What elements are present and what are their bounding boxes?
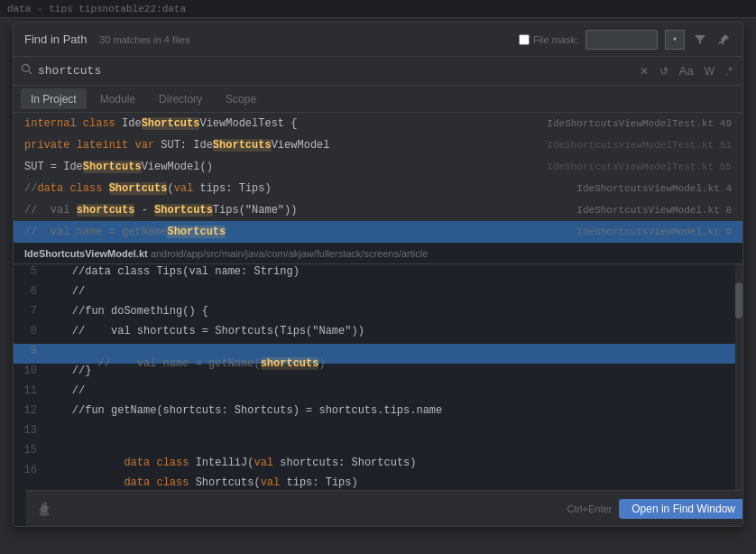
result-row-3-right: IdeShortcutsViewModelTest.kt 55: [547, 162, 732, 172]
file-mask-input[interactable]: [585, 30, 658, 50]
shortcut-hint: Ctrl+Enter: [567, 503, 612, 514]
result-row-3[interactable]: SUT = IdeShortcutsViewModel() IdeShortcu…: [14, 156, 742, 178]
file-mask-checkbox[interactable]: [519, 34, 530, 45]
code-line-5: 5 //data class Tips(val name: String): [14, 264, 742, 284]
panel-title-area: Find in Path 30 matches in 4 files: [24, 32, 189, 47]
line-num-12: 12: [14, 404, 46, 417]
settings-icon-btn[interactable]: [35, 500, 53, 518]
search-bar: ✕ ↺ Aa W .*: [14, 57, 742, 86]
code-line-16: 16 data class Shortcuts(val tips: Tips): [14, 463, 742, 483]
pin-icon-btn[interactable]: [715, 32, 732, 48]
filter-icon-btn[interactable]: [692, 32, 708, 48]
result-row-6-left: // val name = getNameShortcuts: [24, 226, 569, 238]
panel-match-info: 30 matches in 4 files: [99, 34, 189, 45]
clear-search-btn[interactable]: ✕: [637, 64, 651, 78]
code-line-6: 6 //: [14, 284, 742, 304]
result-row-4[interactable]: //data class Shortcuts(val tips: Tips) I…: [14, 178, 742, 199]
line-num-15: 15: [14, 444, 46, 457]
line-content-10: //}: [46, 365, 742, 377]
tabs-bar: In Project Module Directory Scope: [14, 86, 742, 113]
search-actions: ✕ ↺ Aa W .*: [637, 63, 735, 78]
file-mask-checkbox-container: File mask:: [519, 34, 578, 45]
line-num-13: 13: [14, 424, 46, 437]
search-icon: [21, 63, 32, 78]
tab-module[interactable]: Module: [90, 88, 145, 109]
regex-btn[interactable]: .*: [723, 64, 735, 78]
result-row-5-right: IdeShortcutsViewModel.kt 8: [576, 205, 732, 216]
open-in-find-window-btn[interactable]: Open in Find Window: [619, 499, 743, 519]
top-bar-text: data - tips tipsnotable22:data: [7, 4, 186, 14]
gear-icon: [37, 502, 51, 516]
scrollbar-track[interactable]: [735, 264, 742, 526]
result-row-5-left: // val shortcuts - ShortcutsTips("Name")…: [24, 204, 569, 217]
bottom-right: Ctrl+Enter Open in Find Window: [567, 499, 743, 519]
result-row-5[interactable]: // val shortcuts - ShortcutsTips("Name")…: [14, 199, 742, 221]
file-mask-label: File mask:: [533, 34, 578, 45]
case-sensitive-btn[interactable]: Aa: [677, 63, 696, 78]
code-line-12: 12 //fun getName(shortcuts: Shortcuts) =…: [14, 403, 742, 423]
file-path-path: android/app/src/main/java/com/akjaw/full…: [151, 248, 429, 259]
file-mask-dropdown[interactable]: ▾: [665, 30, 685, 50]
code-line-13: 13: [14, 423, 742, 443]
line-num-8: 8: [14, 325, 46, 337]
tab-scope[interactable]: Scope: [216, 88, 266, 109]
result-row-4-right: IdeShortcutsViewModel.kt 4: [576, 183, 732, 194]
line-num-11: 11: [14, 384, 46, 397]
result-row-4-left: //data class Shortcuts(val tips: Tips): [24, 182, 569, 195]
tab-directory[interactable]: Directory: [149, 88, 212, 109]
result-row-1-left: internal class IdeShortcutsViewModelTest…: [24, 117, 539, 130]
bottom-bar: Ctrl+Enter Open in Find Window: [26, 490, 743, 526]
code-line-7: 7 //fun doSomething() {: [14, 304, 742, 324]
result-row-1-right: IdeShortcutsViewModelTest.kt 49: [547, 118, 732, 129]
result-row-2-right: IdeShortcutsViewModelTest.kt 51: [547, 140, 732, 151]
result-row-6-right: IdeShortcutsViewModel.kt 9: [576, 226, 732, 237]
file-path-filename: IdeShortcutsViewModel.kt: [24, 248, 148, 259]
line-content-6: //: [46, 285, 742, 298]
find-in-path-panel: Find in Path 30 matches in 4 files File …: [13, 22, 743, 527]
panel-header-right: File mask: ▾: [519, 30, 732, 50]
whole-word-btn[interactable]: W: [702, 64, 717, 78]
code-line-9: 9 // val name = getName(shortcuts): [14, 344, 742, 364]
svg-line-1: [29, 71, 32, 75]
line-content-8: // val shortcuts = Shortcuts(Tips("Name"…: [46, 325, 742, 337]
panel-header: Find in Path 30 matches in 4 files File …: [14, 23, 742, 57]
scrollbar-thumb: [735, 282, 742, 319]
search-input[interactable]: [38, 64, 632, 78]
svg-point-0: [23, 65, 30, 72]
code-line-15: 15 data class IntelliJ(val shortcuts: Sh…: [14, 443, 742, 463]
code-line-8: 8 // val shortcuts = Shortcuts(Tips("Nam…: [14, 324, 742, 344]
code-preview[interactable]: 5 //data class Tips(val name: String) 6 …: [14, 264, 742, 526]
tab-in-project[interactable]: In Project: [21, 88, 87, 109]
pin-icon: [717, 33, 730, 46]
line-num-6: 6: [14, 285, 46, 298]
line-num-10: 10: [14, 365, 46, 377]
result-row-6[interactable]: // val name = getNameShortcuts IdeShortc…: [14, 221, 742, 243]
result-row-2-left: private lateinit var SUT: IdeShortcutsVi…: [24, 139, 539, 152]
panel-title: Find in Path: [24, 32, 87, 46]
refresh-search-btn[interactable]: ↺: [657, 64, 671, 78]
result-row-2[interactable]: private lateinit var SUT: IdeShortcutsVi…: [14, 134, 742, 156]
result-row-1[interactable]: internal class IdeShortcutsViewModelTest…: [14, 113, 742, 134]
line-content-7: //fun doSomething() {: [46, 305, 742, 318]
code-line-11: 11 //: [14, 383, 742, 403]
search-input-container: [38, 64, 632, 78]
line-content-11: //: [46, 384, 742, 397]
line-num-7: 7: [14, 305, 46, 318]
line-num-16: 16: [14, 464, 46, 476]
result-row-3-left: SUT = IdeShortcutsViewModel(): [24, 161, 539, 173]
line-num-5: 5: [14, 265, 46, 278]
filter-icon: [694, 33, 706, 46]
line-content-12: //fun getName(shortcuts: Shortcuts) = sh…: [46, 404, 742, 417]
file-path-bar: IdeShortcutsViewModel.kt android/app/src…: [14, 243, 742, 264]
line-content-5: //data class Tips(val name: String): [46, 265, 742, 278]
top-bar: data - tips tipsnotable22:data: [0, 0, 756, 18]
results-list: internal class IdeShortcutsViewModelTest…: [14, 113, 742, 243]
line-num-9: 9: [14, 345, 46, 357]
